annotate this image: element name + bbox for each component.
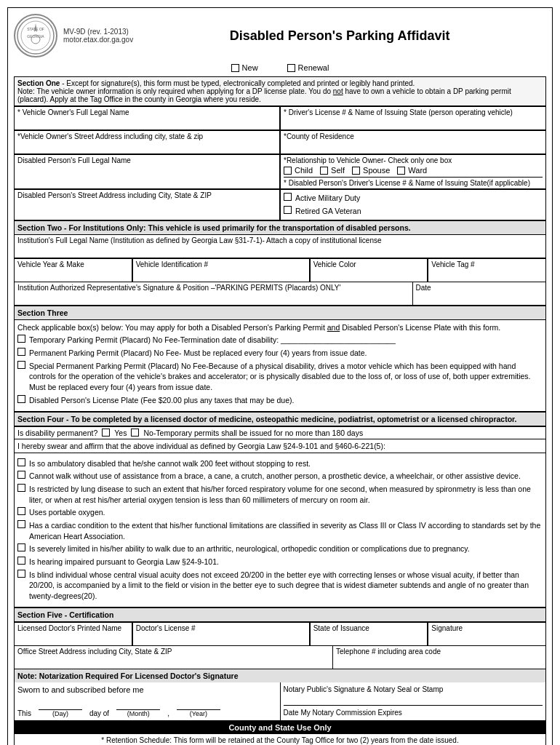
condition-3-checkbox[interactable] <box>17 484 25 492</box>
notary-header: Note: Notarization Required For Licensed… <box>15 669 545 682</box>
year-input[interactable] <box>177 700 220 710</box>
county-note: * Retention Schedule: This form will be … <box>15 734 545 745</box>
disabled-drivers-license-row: * Disabled Person's Driver's License # &… <box>284 177 543 187</box>
street-address-value[interactable] <box>17 140 276 152</box>
vehicle-year-value[interactable] <box>17 268 129 280</box>
condition-1-checkbox[interactable] <box>17 458 25 466</box>
state-issuance-cell: State of Issuance <box>310 622 428 646</box>
conditions-block: Is so ambulatory disabled that he/she ca… <box>14 453 546 607</box>
vehicle-color-value[interactable] <box>313 268 425 280</box>
form-id: MV-9D (rev. 1-2013) <box>63 28 133 36</box>
section-five-row1: Licensed Doctor's Printed Name Doctor's … <box>14 622 546 646</box>
office-address-cell: Office Street Address including City, St… <box>15 646 333 669</box>
ward-option[interactable]: Ward <box>397 166 427 175</box>
ward-checkbox[interactable] <box>397 167 405 175</box>
condition-5-checkbox[interactable] <box>17 520 25 528</box>
military-checkbox-row: Active Military Duty <box>284 193 543 204</box>
institution-name-value[interactable] <box>17 244 543 256</box>
vehicle-tag-value[interactable] <box>431 268 543 280</box>
street-address-cell: *Vehicle Owner's Street Address includin… <box>14 130 280 154</box>
section-three-body: Check applicable box(s) below: You may a… <box>14 320 546 411</box>
drivers-license-cell: * Driver's License # & Name of Issuing S… <box>280 106 546 130</box>
no-label: No-Temporary permits shall be issued for… <box>143 429 363 437</box>
month-input[interactable] <box>116 700 160 710</box>
section-five-header: Section Five - Certification <box>14 607 546 622</box>
notary-sig-row: Notary Public's Signature & Notary Seal … <box>284 685 543 706</box>
office-address-value[interactable] <box>17 656 329 667</box>
new-checkbox-item[interactable]: New <box>231 63 258 72</box>
county-header-text: County and State Use Only <box>228 723 331 732</box>
condition-4-checkbox[interactable] <box>17 507 25 515</box>
disabled-street-value[interactable] <box>17 199 276 211</box>
disabled-street-label: Disabled Person's Street Address includi… <box>17 191 276 199</box>
condition-7-checkbox[interactable] <box>17 557 25 565</box>
day-input[interactable] <box>39 700 82 710</box>
day-item: (Day) <box>39 700 82 717</box>
condition-6-checkbox[interactable] <box>17 543 25 551</box>
veteran-checkbox[interactable] <box>284 206 292 214</box>
institution-name-label: Institution's Full Legal Name (Instituti… <box>17 236 543 244</box>
month-item: (Month) <box>116 700 160 717</box>
license-plate-checkbox[interactable] <box>17 395 25 403</box>
disabled-person-name-value[interactable] <box>17 164 276 176</box>
child-option[interactable]: Child <box>284 166 313 175</box>
doctor-sig-value[interactable] <box>431 632 543 644</box>
doctor-license-value[interactable] <box>136 632 306 644</box>
spouse-checkbox[interactable] <box>352 167 360 175</box>
doctor-sig-label: Signature <box>431 624 543 632</box>
state-issuance-value[interactable] <box>313 632 425 644</box>
temporary-checkbox[interactable] <box>17 335 25 343</box>
section-one-row4: Disabled Person's Street Address includi… <box>14 189 546 220</box>
doctor-name-label: Licensed Doctor's Printed Name <box>17 624 129 632</box>
renewal-label: Renewal <box>298 63 329 72</box>
county-residence-value[interactable] <box>284 140 543 152</box>
vehicle-owner-name-label: * Vehicle Owner's Full Legal Name <box>17 108 276 116</box>
condition-2-checkbox[interactable] <box>17 471 25 479</box>
no-checkbox[interactable] <box>131 429 139 437</box>
institution-date-value[interactable] <box>416 292 543 303</box>
drivers-license-value[interactable] <box>284 116 543 128</box>
condition-5: Has a cardiac condition to the extent th… <box>17 520 543 541</box>
new-checkbox[interactable] <box>231 64 239 72</box>
sworn-text: Sworn to and subscribed before me <box>17 685 277 694</box>
disabled-street-cell: Disabled Person's Street Address includi… <box>14 189 280 220</box>
self-checkbox[interactable] <box>320 167 328 175</box>
telephone-value[interactable] <box>336 656 543 667</box>
drivers-license-label: * Driver's License # & Name of Issuing S… <box>284 108 543 116</box>
condition-8-checkbox[interactable] <box>17 570 25 578</box>
special-checkbox[interactable] <box>17 361 25 369</box>
vehicle-owner-name-value[interactable] <box>17 116 276 128</box>
permanent-checkbox[interactable] <box>17 348 25 356</box>
renewal-checkbox-item[interactable]: Renewal <box>287 63 329 72</box>
vehicle-id-value[interactable] <box>136 268 306 280</box>
notary-expires-label: Date My Notary Commission Expires <box>284 709 543 717</box>
telephone-label: Telephone # including area code <box>336 648 543 656</box>
page-header: STATE OF GEORGIA MV-9D (rev. 1-2013) mot… <box>14 14 546 57</box>
self-option[interactable]: Self <box>320 166 345 175</box>
this-label: This <box>17 709 31 717</box>
renewal-checkbox[interactable] <box>287 64 295 72</box>
military-checkbox[interactable] <box>284 193 292 201</box>
option-temporary: Temporary Parking Permit (Placard) No Fe… <box>17 335 543 346</box>
notary-sig-label: Notary Public's Signature & Notary Seal … <box>284 685 543 693</box>
state-issuance-label: State of Issuance <box>313 624 425 632</box>
institution-sig-label: Institution Authorized Representative's … <box>17 284 409 292</box>
yes-checkbox[interactable] <box>102 429 110 437</box>
vehicle-id-cell: Vehicle Identification # <box>132 258 310 282</box>
condition-2: Cannot walk without use of assistance fr… <box>17 471 543 482</box>
institution-sig-value[interactable] <box>17 292 409 303</box>
office-address-label: Office Street Address including City, St… <box>17 648 329 656</box>
county-note-text: * Retention Schedule: This form will be … <box>101 736 458 744</box>
section-one-row2: *Vehicle Owner's Street Address includin… <box>14 130 546 154</box>
doctor-name-value[interactable] <box>17 632 129 644</box>
condition-8: Is blind individual whose central visual… <box>17 570 543 602</box>
county-block: County and State Use Only * Retention Sc… <box>14 721 546 745</box>
spouse-option[interactable]: Spouse <box>352 166 390 175</box>
section-one-row3: Disabled Person's Full Legal Name *Relat… <box>14 154 546 189</box>
street-address-label: *Vehicle Owner's Street Address includin… <box>17 132 276 140</box>
notary-block: Note: Notarization Required For Licensed… <box>14 669 546 721</box>
relationship-cell: *Relationship to Vehicle Owner- Check on… <box>280 154 546 189</box>
section-two-header: Section Two - For Institutions Only: Thi… <box>14 220 546 235</box>
section-two-note: This vehicle is used primarily for the t… <box>148 223 410 232</box>
child-checkbox[interactable] <box>284 167 292 175</box>
